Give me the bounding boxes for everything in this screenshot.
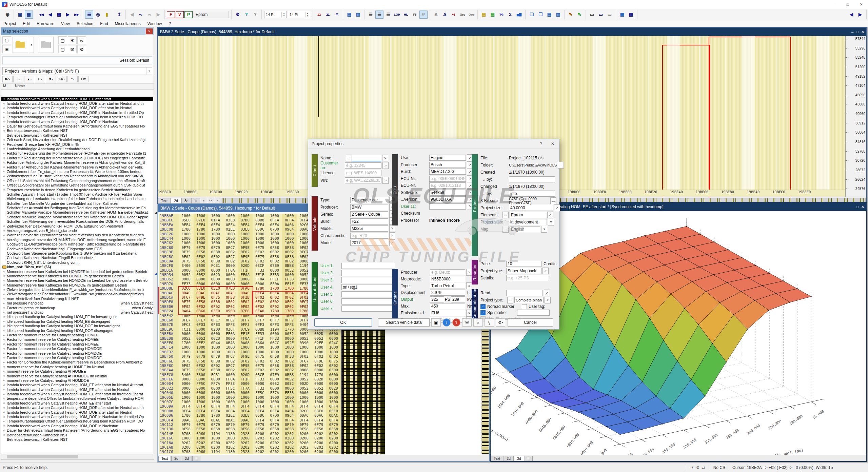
project-state-dropdown-icon[interactable]: ▾ [548,219,554,225]
tab-3d[interactable]: 3d [514,456,524,461]
tab-2d[interactable]: 2d [171,198,181,203]
hexdump-cell[interactable]: 0F02 [267,368,282,372]
map-list-item[interactable]: Codewort Katheizen Nachstart Eingriff Ba… [1,256,153,260]
map-dropdown-icon[interactable]: ▾ [541,226,547,233]
scroll-|<-button[interactable]: |< [201,198,207,203]
hexdump-cell[interactable]: FF1F [238,377,253,381]
hexdump-row[interactable]: 19C07C1000100010001000100010001000100010… [159,400,341,404]
hexdump-cell[interactable]: 0BB8 [282,373,297,377]
hexdump-cell[interactable]: 0708 [179,432,194,436]
hexdump-cell[interactable]: 0202 [267,432,282,436]
hexdump-cell[interactable]: 1000 [312,350,327,354]
hexdump-cell[interactable]: 0F58 [223,295,238,300]
hexdump-cell[interactable]: 0F75 [179,250,194,254]
map-list-item[interactable]: ∗moment reserve for Catalyst heating At … [1,365,153,369]
hexdump-cell[interactable]: 0000 [253,282,268,286]
hexdump-cell[interactable]: 07E9 [267,263,282,268]
hexdump-cell[interactable]: 0F58 [179,427,194,431]
hexdump-cell[interactable]: 1000 [179,395,194,400]
binoculars-icon[interactable]: ∞ [137,11,145,19]
hexdump-cell[interactable]: 1000 [267,395,282,400]
hexdump-cell[interactable]: 0F02 [238,304,253,309]
hexdump-cell[interactable]: 1000 [267,241,282,245]
hexdump-cell[interactable]: 0F02 [208,255,223,259]
map-colors-icon[interactable]: ▤ [480,11,488,19]
hexdump-cell[interactable]: 1000 [223,214,238,218]
hexdump-cell[interactable]: 0200 [253,432,268,436]
map-list-item[interactable]: Codewort KHN_NST: Unterdrueckung von... [1,260,153,264]
open-mappack-icon[interactable] [13,37,28,53]
eprom-chip2-icon[interactable]: ▭ [597,11,605,19]
hexdump-cell[interactable]: 0F3B [208,368,223,372]
hexdump-cell[interactable]: 0000 [238,381,253,386]
next-version-icon[interactable]: ▶ [64,11,72,19]
context-help-icon[interactable]: ? [251,11,259,19]
hexdump-cell[interactable]: 0F9E [194,295,209,300]
hexdump-cell[interactable]: FC31 [208,263,223,268]
hexdump-cell[interactable]: 1000 [223,436,238,440]
hexdump-cell[interactable]: FF33 [253,332,268,336]
hexdump-cell[interactable]: 1000 [208,214,223,218]
hexdump-cell[interactable]: 1000 [253,241,268,245]
hexdump-cell[interactable]: 03CF [223,327,238,332]
tab-=[interactable]: = [192,198,200,203]
hexdump-cell[interactable]: 0F9E [312,359,327,363]
hexdump-cell[interactable]: 0000 [179,332,194,336]
hexdump-cell[interactable]: 0FF4 [253,404,268,409]
hexdump-cell[interactable]: 0000 [208,386,223,391]
tab-3d[interactable]: 3d [182,456,192,461]
hexdump-row[interactable]: 19C16C1000100010001000020002020202020002… [159,436,341,440]
hexdump-cell[interactable]: 0200 [326,441,341,445]
hexdump-cell[interactable]: 3600 [194,373,209,377]
hexdump-cell[interactable]: 1000 [282,241,297,245]
hexdump-cell[interactable]: 05E0 [326,409,341,413]
map-list-item[interactable]: ∗lambda feedforward when Catalyst heatin… [1,414,153,419]
hexdump-cell[interactable]: 0A0A [282,223,297,227]
hexdump-cell[interactable]: 1000 [267,345,282,350]
map-list-item[interactable]: ∗idle speed handicap for Catalyst heatin… [1,315,153,319]
hexdump-cell[interactable]: 0F02 [253,368,268,372]
delta-gray-icon[interactable]: Δ [432,11,440,19]
sigma-icon[interactable]: Σ [506,11,514,19]
hexdump-cell[interactable]: 0F75 [253,245,268,250]
hexdump-cell[interactable]: 1780 [179,413,194,418]
hexdump-cell[interactable]: 0000 [326,377,341,381]
motorcode-field[interactable] [430,276,465,282]
hexdump-cell[interactable]: 0FF4 [208,409,223,413]
hexdump-cell[interactable]: 1780 [179,341,194,345]
hexdump-cell[interactable]: 1780 [282,309,297,313]
hexdump-cell[interactable]: 0F02 [238,368,253,372]
hexdump-cell[interactable]: 1000 [267,350,282,354]
nav-forward-icon[interactable]: ▶ [856,11,864,19]
hexdump-cell[interactable]: 1000 [223,232,238,236]
hexdump-cell[interactable]: 1000 [253,350,268,354]
hexdump-cell[interactable]: 0BB8 [282,263,297,268]
hexdump-cell[interactable]: 1000 [179,345,194,350]
hexdump-cell[interactable]: 0000 [238,391,253,395]
hexdump-cell[interactable]: 0F79 [282,422,297,427]
hexdump-cell[interactable]: 0FE3 [208,322,223,327]
map-list-item[interactable]: ∗Dauer für Getriebewarmlauf beim Katheiz… [1,124,153,128]
hexdump-cell[interactable]: 0000 [312,381,327,386]
hexdump-cell[interactable]: 1000 [208,232,223,236]
hexdump-cell[interactable]: 07E9 [267,373,282,377]
hexdump-row[interactable]: 19C1A80200020002000202020202000202020202… [159,445,341,450]
hexdump-cell[interactable]: 0000 [223,373,238,377]
map-list-item[interactable]: ∗lambda feedforward when Catalyst heatin… [1,110,153,115]
hexdump-cell[interactable]: 0000 [223,282,238,286]
filter-dots-icon[interactable]: ¨▾ [13,76,23,82]
map-search-icon[interactable]: ∞ [77,36,86,44]
hexdump-cell[interactable]: 0052 [179,336,194,341]
hexdump-cell[interactable]: 1000 [208,436,223,440]
vehicle-type-field[interactable] [350,197,388,203]
import-online-icon[interactable]: ⇩ [442,318,451,327]
hexdump-cell[interactable]: 1780 [267,286,282,291]
hexdump-cell[interactable]: 0F3B [282,255,297,259]
reseller-ptype-arrow-button[interactable]: > [542,268,549,274]
mail-icon[interactable]: ✉ [68,45,77,53]
hexdump-row[interactable]: 19BF321000100010001000100010001000100010… [159,350,341,354]
hexdump-cell[interactable]: 07D0 [267,413,282,418]
hexdump-cell[interactable]: 1770 [282,327,297,332]
hexdump-cell[interactable]: 0202 [253,450,268,454]
hexdump-cell[interactable]: 0F79 [326,422,341,427]
